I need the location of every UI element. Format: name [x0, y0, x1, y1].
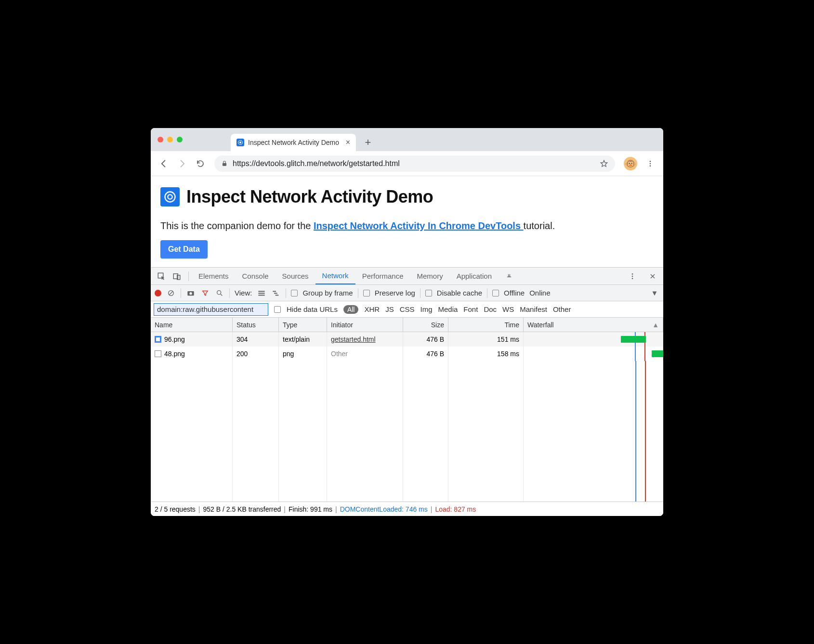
filter-icon[interactable] — [200, 288, 210, 298]
page-content: Inspect Network Activity Demo This is th… — [151, 176, 663, 267]
filter-js[interactable]: JS — [385, 305, 394, 313]
network-table: Name Status Type Initiator Size Time Wat… — [151, 318, 663, 502]
tab-title: Inspect Network Activity Demo — [248, 139, 339, 146]
offline-checkbox[interactable] — [492, 290, 499, 296]
network-status-bar: 2 / 5 requests | 952 B / 2.5 KB transfer… — [151, 502, 663, 516]
col-initiator[interactable]: Initiator — [327, 318, 403, 332]
filter-css[interactable]: CSS — [400, 305, 415, 313]
device-toolbar-icon[interactable] — [170, 270, 184, 283]
reload-button[interactable] — [192, 155, 209, 172]
col-time[interactable]: Time — [448, 318, 524, 332]
status-requests: 2 / 5 requests — [155, 505, 196, 513]
col-status[interactable]: Status — [233, 318, 279, 332]
browser-window: Inspect Network Activity Demo × + https:… — [151, 128, 663, 516]
large-rows-icon[interactable] — [257, 288, 266, 298]
close-tab-button[interactable]: × — [346, 138, 350, 147]
search-icon[interactable] — [215, 288, 224, 298]
svg-rect-18 — [259, 291, 265, 292]
svg-rect-19 — [259, 293, 265, 294]
svg-point-16 — [189, 292, 192, 295]
sort-indicator-icon: ▲ — [652, 321, 659, 329]
svg-rect-22 — [274, 293, 277, 294]
view-label: View: — [235, 289, 252, 297]
get-data-button[interactable]: Get Data — [160, 240, 208, 258]
browser-tab[interactable]: Inspect Network Activity Demo × — [231, 134, 356, 151]
tab-console[interactable]: Console — [236, 268, 276, 284]
col-size[interactable]: Size — [403, 318, 448, 332]
status-transferred: 952 B / 2.5 KB transferred — [203, 505, 281, 513]
col-waterfall[interactable]: Waterfall▲ — [524, 318, 663, 332]
waterfall-bar — [621, 336, 646, 343]
more-tabs-icon[interactable] — [502, 270, 516, 283]
preserve-log-checkbox[interactable] — [363, 290, 370, 296]
maximize-window-button[interactable] — [177, 137, 183, 142]
new-tab-button[interactable]: + — [361, 135, 375, 150]
browser-toolbar: https://devtools.glitch.me/network/getst… — [151, 151, 663, 176]
cell-waterfall — [524, 332, 663, 347]
tab-memory[interactable]: Memory — [410, 268, 450, 284]
tab-performance[interactable]: Performance — [355, 268, 410, 284]
filter-ws[interactable]: WS — [502, 305, 514, 313]
filter-xhr[interactable]: XHR — [364, 305, 380, 313]
tab-application[interactable]: Application — [450, 268, 499, 284]
type-filters: XHR JS CSS Img Media Font Doc WS Manifes… — [364, 305, 571, 313]
waterfall-icon[interactable] — [271, 288, 281, 298]
cell-waterfall — [524, 347, 663, 361]
online-label[interactable]: Online — [529, 289, 550, 297]
offline-label: Offline — [504, 289, 525, 297]
address-bar[interactable]: https://devtools.glitch.me/network/getst… — [214, 155, 615, 172]
status-load: Load: 827 ms — [435, 505, 476, 513]
filter-manifest[interactable]: Manifest — [520, 305, 547, 313]
tab-elements[interactable]: Elements — [192, 268, 236, 284]
svg-point-3 — [650, 161, 651, 162]
filter-img[interactable]: Img — [420, 305, 432, 313]
svg-point-4 — [650, 163, 651, 164]
devtools-close-icon[interactable] — [646, 270, 659, 283]
url-text: https://devtools.glitch.me/network/getst… — [233, 159, 400, 168]
group-by-frame-checkbox[interactable] — [291, 290, 298, 296]
svg-point-1 — [239, 142, 241, 143]
favicon-icon — [236, 139, 244, 146]
inspect-element-icon[interactable] — [155, 270, 168, 283]
traffic-lights — [158, 137, 183, 142]
col-name[interactable]: Name — [151, 318, 233, 332]
filter-other[interactable]: Other — [553, 305, 571, 313]
throttling-dropdown-icon[interactable]: ▼ — [650, 288, 659, 298]
devtools-tabs: Elements Console Sources Network Perform… — [151, 268, 663, 285]
close-window-button[interactable] — [158, 137, 163, 142]
devtools-menu-icon[interactable] — [626, 270, 639, 283]
filter-input[interactable] — [154, 303, 268, 316]
hide-data-urls-checkbox[interactable] — [274, 306, 281, 313]
status-finish: Finish: 991 ms — [289, 505, 332, 513]
disable-cache-checkbox[interactable] — [425, 290, 432, 296]
screenshot-icon[interactable] — [186, 288, 196, 298]
load-line-icon — [644, 347, 645, 361]
forward-button[interactable] — [174, 155, 190, 172]
svg-point-11 — [632, 273, 633, 275]
clear-button[interactable] — [166, 288, 176, 298]
filter-media[interactable]: Media — [438, 305, 458, 313]
tab-sources[interactable]: Sources — [276, 268, 315, 284]
table-body: 96.png304text/plaingetstarted.html476 B1… — [151, 332, 663, 502]
minimize-window-button[interactable] — [167, 137, 173, 142]
filter-font[interactable]: Font — [463, 305, 478, 313]
bookmark-star-icon[interactable] — [600, 159, 608, 168]
svg-rect-2 — [223, 163, 226, 166]
back-button[interactable] — [156, 155, 172, 172]
hide-data-urls-label: Hide data URLs — [287, 305, 338, 313]
menu-button[interactable] — [642, 155, 658, 172]
filter-doc[interactable]: Doc — [484, 305, 497, 313]
profile-avatar[interactable]: 🐵 — [624, 157, 637, 170]
filter-all-pill[interactable]: All — [343, 305, 359, 314]
page-intro: This is the companion demo for the Inspe… — [160, 220, 654, 232]
intro-suffix: tutorial. — [524, 220, 555, 231]
col-type[interactable]: Type — [279, 318, 327, 332]
tab-strip: Inspect Network Activity Demo × + — [231, 128, 375, 151]
tab-network[interactable]: Network — [315, 268, 355, 284]
tutorial-link[interactable]: Inspect Network Activity In Chrome DevTo… — [314, 220, 524, 231]
preserve-log-label: Preserve log — [375, 289, 415, 297]
devtools-panel: Elements Console Sources Network Perform… — [151, 267, 663, 516]
record-button[interactable] — [155, 290, 161, 296]
svg-point-12 — [632, 275, 633, 277]
disable-cache-label: Disable cache — [437, 289, 482, 297]
